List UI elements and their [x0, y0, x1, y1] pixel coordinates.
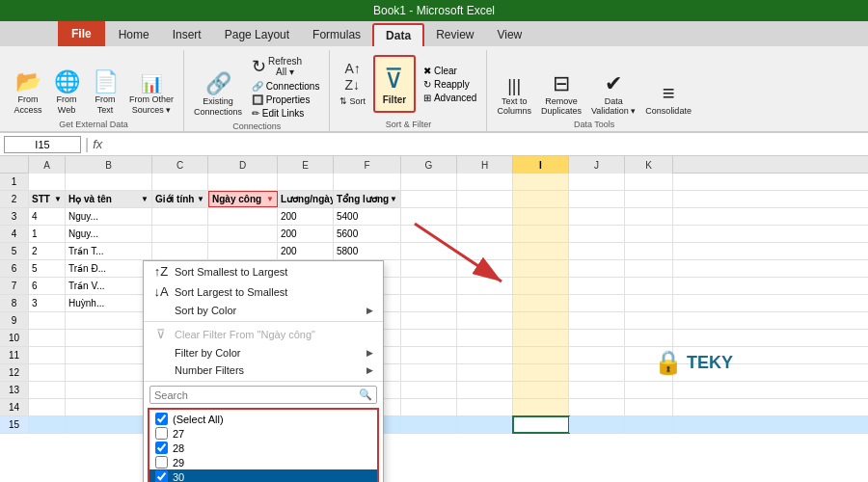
cell-a3[interactable]: 4: [29, 208, 66, 225]
cell-a1[interactable]: [29, 174, 66, 190]
cell-g14[interactable]: [401, 399, 457, 415]
tab-data[interactable]: Data: [372, 23, 424, 46]
cell-i15[interactable]: [513, 416, 569, 433]
cell-g13[interactable]: [401, 382, 457, 398]
col-header-h[interactable]: H: [457, 156, 513, 174]
cell-g10[interactable]: [401, 330, 457, 346]
cell-g8[interactable]: [401, 295, 457, 311]
cell-h12[interactable]: [457, 364, 513, 381]
cell-i3[interactable]: [513, 208, 569, 225]
tab-view[interactable]: View: [485, 23, 533, 46]
cell-a9[interactable]: [29, 312, 66, 329]
cell-i11[interactable]: [513, 347, 569, 363]
filter-search-input[interactable]: [150, 388, 355, 403]
cell-b13[interactable]: [66, 382, 152, 398]
cell-a6[interactable]: 5: [29, 260, 66, 277]
from-text-button[interactable]: 📄 FromText: [87, 69, 123, 118]
cell-e2[interactable]: Lương/ngày ▼: [278, 191, 334, 207]
cell-k10[interactable]: [625, 330, 673, 346]
cell-j3[interactable]: [569, 208, 625, 225]
filter-dropdown-a[interactable]: ▼: [54, 195, 62, 203]
cell-k13[interactable]: [625, 382, 673, 398]
cell-h1[interactable]: [457, 174, 513, 190]
cell-g1[interactable]: [401, 174, 457, 190]
cell-b8[interactable]: Huỳnh...: [66, 295, 152, 311]
checkbox-27[interactable]: 27: [149, 426, 377, 441]
cell-c4[interactable]: [152, 226, 208, 242]
cell-j13[interactable]: [569, 382, 625, 398]
filter-by-color-item[interactable]: Filter by Color: [144, 344, 383, 362]
checkbox-select-all[interactable]: (Select All): [149, 412, 377, 426]
cell-b2[interactable]: Họ và tên ▼: [66, 191, 152, 207]
cell-g3[interactable]: [401, 208, 457, 225]
cell-k15[interactable]: [625, 416, 673, 433]
cell-b1[interactable]: [66, 174, 152, 190]
cell-j4[interactable]: [569, 226, 625, 242]
cell-b10[interactable]: [66, 330, 152, 346]
cell-h13[interactable]: [457, 382, 513, 398]
edit-links-link[interactable]: ✏ Edit Links: [248, 107, 323, 120]
cell-d3[interactable]: [208, 208, 278, 225]
filter-dropdown-b[interactable]: ▼: [141, 195, 149, 203]
cell-g6[interactable]: [401, 260, 457, 277]
text-to-columns-button[interactable]: ||| Text toColumns: [493, 75, 535, 118]
cell-i2[interactable]: [513, 191, 569, 207]
cell-a5[interactable]: 2: [29, 243, 66, 259]
cell-k8[interactable]: [625, 295, 673, 311]
sort-smallest-largest-item[interactable]: ↑Z Sort Smallest to Largest: [144, 261, 383, 281]
cell-h14[interactable]: [457, 399, 513, 415]
cell-i4[interactable]: [513, 226, 569, 242]
cell-a2[interactable]: STT ▼: [29, 191, 66, 207]
cell-c1[interactable]: [152, 174, 208, 190]
filter-dropdown-d[interactable]: ▼: [266, 195, 274, 203]
col-header-j[interactable]: J: [569, 156, 625, 174]
properties-link[interactable]: 🔲 Properties: [248, 94, 323, 106]
cell-i13[interactable]: [513, 382, 569, 398]
cell-h3[interactable]: [457, 208, 513, 225]
cell-k1[interactable]: [625, 174, 673, 190]
col-header-f[interactable]: F: [334, 156, 401, 174]
cell-i6[interactable]: [513, 260, 569, 277]
cell-i9[interactable]: [513, 312, 569, 329]
cell-e3[interactable]: 200: [278, 208, 334, 225]
cell-h8[interactable]: [457, 295, 513, 311]
cell-a10[interactable]: [29, 330, 66, 346]
cell-b7[interactable]: Trần V...: [66, 278, 152, 294]
cell-g12[interactable]: [401, 364, 457, 381]
cell-b6[interactable]: Trần Đ...: [66, 260, 152, 277]
filter-dropdown-f[interactable]: ▼: [390, 195, 397, 203]
cell-a12[interactable]: [29, 364, 66, 381]
cell-j11[interactable]: [569, 347, 625, 363]
cell-f3[interactable]: 5400: [334, 208, 401, 225]
from-access-button[interactable]: 📂 FromAccess: [10, 69, 46, 118]
checkbox-27-input[interactable]: [155, 427, 168, 440]
from-other-sources-button[interactable]: 📊 From OtherSources ▾: [125, 73, 177, 118]
cell-i14[interactable]: [513, 399, 569, 415]
cell-c2[interactable]: Giới tính ▼: [152, 191, 208, 207]
cell-i1[interactable]: [513, 174, 569, 190]
cell-i8[interactable]: [513, 295, 569, 311]
cell-k6[interactable]: [625, 260, 673, 277]
cell-g7[interactable]: [401, 278, 457, 294]
cell-b15[interactable]: [66, 416, 152, 433]
cell-h15[interactable]: [457, 416, 513, 433]
cell-e5[interactable]: 200: [278, 243, 334, 259]
cell-i5[interactable]: [513, 243, 569, 259]
col-header-k[interactable]: K: [625, 156, 673, 174]
cell-k14[interactable]: [625, 399, 673, 415]
cell-c5[interactable]: [152, 243, 208, 259]
cell-h11[interactable]: [457, 347, 513, 363]
cell-e1[interactable]: [278, 174, 334, 190]
checkbox-select-all-input[interactable]: [155, 413, 168, 425]
sort-largest-smallest-item[interactable]: ↓A Sort Largest to Smallest: [144, 281, 383, 302]
connections-link[interactable]: 🔗 Connections: [248, 80, 323, 93]
cell-f2[interactable]: Tổng lương ▼: [334, 191, 401, 207]
cell-b11[interactable]: [66, 347, 152, 363]
cell-g9[interactable]: [401, 312, 457, 329]
checkbox-28-input[interactable]: [155, 442, 168, 454]
checkbox-28[interactable]: 28: [149, 441, 377, 455]
checkbox-30[interactable]: 30: [149, 469, 377, 482]
cell-b14[interactable]: [66, 399, 152, 415]
formula-input[interactable]: [106, 136, 864, 153]
checkbox-30-input[interactable]: [155, 470, 168, 482]
